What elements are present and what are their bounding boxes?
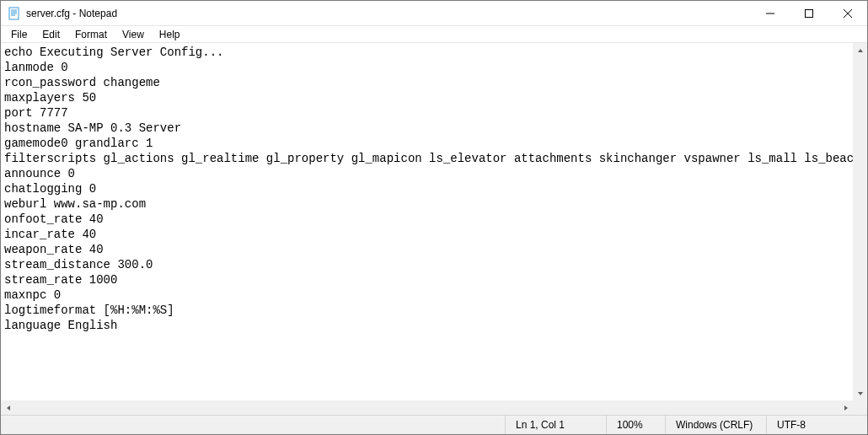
text-editor[interactable]: echo Executing Server Config... lanmode … [1, 43, 867, 415]
scroll-v-track[interactable] [853, 57, 867, 386]
scroll-down-icon[interactable] [853, 386, 867, 400]
svg-marker-12 [844, 405, 848, 411]
notepad-window: server.cfg - Notepad File Edit Format Vi… [0, 0, 868, 435]
editor-area: echo Executing Server Config... lanmode … [1, 43, 867, 415]
maximize-button[interactable] [790, 1, 828, 25]
status-encoding: UTF-8 [766, 416, 867, 434]
menu-format[interactable]: Format [68, 28, 114, 41]
menu-help[interactable]: Help [153, 28, 187, 41]
scroll-up-icon[interactable] [853, 43, 867, 57]
menu-edit[interactable]: Edit [35, 28, 67, 41]
status-cursor-position: Ln 1, Col 1 [505, 416, 606, 434]
svg-marker-11 [7, 405, 10, 411]
notepad-icon [8, 7, 21, 20]
statusbar: Ln 1, Col 1 100% Windows (CRLF) UTF-8 [1, 415, 867, 434]
svg-rect-6 [806, 9, 813, 17]
titlebar[interactable]: server.cfg - Notepad [1, 1, 867, 26]
horizontal-scrollbar[interactable] [1, 400, 853, 415]
scroll-h-track[interactable] [15, 400, 839, 415]
vertical-scrollbar[interactable] [853, 43, 867, 400]
status-line-ending: Windows (CRLF) [665, 416, 766, 434]
menu-view[interactable]: View [115, 28, 151, 41]
scroll-right-icon[interactable] [839, 400, 853, 415]
menu-file[interactable]: File [4, 28, 34, 41]
scroll-corner [853, 400, 867, 415]
close-button[interactable] [828, 1, 867, 25]
window-title: server.cfg - Notepad [26, 8, 117, 19]
menubar: File Edit Format View Help [1, 26, 867, 43]
svg-marker-9 [858, 49, 863, 52]
svg-marker-10 [858, 392, 863, 395]
scroll-left-icon[interactable] [1, 400, 15, 415]
minimize-button[interactable] [751, 1, 790, 25]
status-zoom: 100% [606, 416, 665, 434]
window-controls [751, 1, 867, 25]
